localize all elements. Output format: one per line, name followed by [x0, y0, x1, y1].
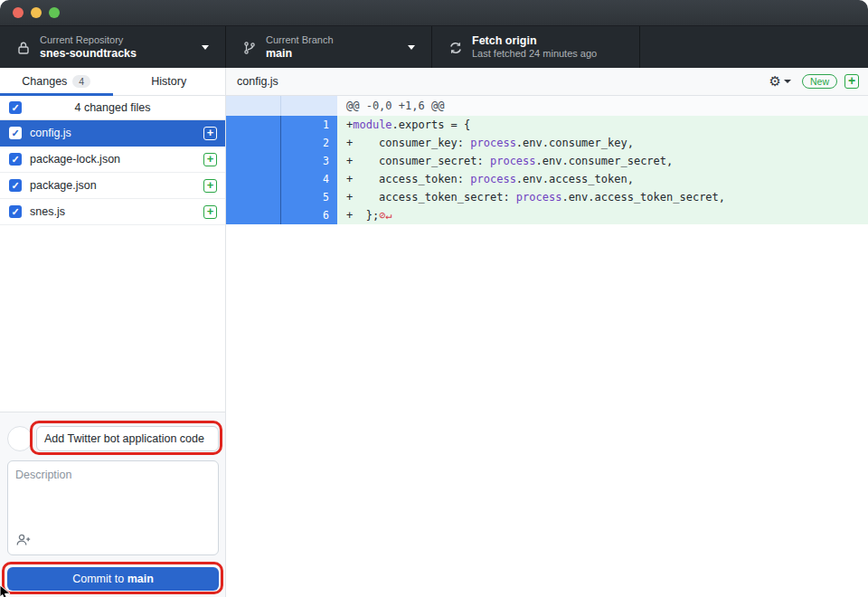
- mouse-cursor: [0, 584, 13, 597]
- commit-summary-input[interactable]: [36, 426, 219, 451]
- added-file-icon: +: [203, 179, 217, 193]
- line-number: 6: [281, 206, 336, 224]
- gear-icon[interactable]: ⚙: [769, 73, 781, 90]
- diff-header: config.js ⚙ New +: [226, 68, 868, 96]
- titlebar: [0, 0, 868, 25]
- git-branch-icon: [242, 41, 257, 55]
- line-number: 1: [281, 116, 336, 134]
- commit-panel: Commit to main: [0, 412, 225, 597]
- file-row[interactable]: ✓package.json+: [0, 173, 225, 199]
- diff-line-gutter[interactable]: 3: [226, 152, 337, 170]
- added-file-icon: +: [203, 127, 217, 140]
- chevron-down-icon: [202, 45, 209, 50]
- zoom-window-button[interactable]: [49, 7, 60, 18]
- line-number: 5: [281, 188, 336, 206]
- tab-history-label: History: [151, 75, 186, 88]
- avatar: [7, 426, 33, 451]
- close-window-button[interactable]: [13, 7, 24, 18]
- minimize-window-button[interactable]: [31, 7, 42, 18]
- file-name: package-lock.json: [30, 153, 203, 166]
- commit-button-prefix: Commit to: [72, 573, 127, 585]
- changes-count-badge: 4: [72, 75, 90, 88]
- diff-body: @@ -0,0 +1,6 @@ 1+module.exports = {2+ c…: [226, 96, 868, 224]
- hunk-header-row: @@ -0,0 +1,6 @@: [226, 96, 868, 116]
- branch-label: Current Branch: [266, 34, 334, 47]
- toolbar: Current Repository snes-soundtracks Curr…: [0, 25, 868, 68]
- line-number: 4: [281, 170, 336, 188]
- commit-button[interactable]: Commit to main: [7, 567, 219, 591]
- lock-icon: [16, 41, 31, 55]
- diff-line-code: + access_token: process.env.access_token…: [337, 170, 868, 188]
- diff-line[interactable]: 1+module.exports = {: [226, 116, 868, 134]
- chevron-down-icon[interactable]: [784, 80, 791, 83]
- new-file-badge: New: [802, 74, 837, 89]
- file-name: snes.js: [30, 205, 203, 218]
- sync-icon: [448, 41, 463, 55]
- sidebar: Changes 4 History ✓ 4 changed files ✓con…: [0, 68, 226, 597]
- diff-line[interactable]: 3+ consumer_secret: process.env.consumer…: [226, 152, 868, 170]
- github-desktop-window: Current Repository snes-soundtracks Curr…: [0, 0, 868, 597]
- file-row[interactable]: ✓config.js+: [0, 120, 225, 147]
- diff-line-code: + };⊘↵: [337, 206, 868, 224]
- branch-name: main: [266, 47, 334, 62]
- file-checkbox[interactable]: ✓: [9, 179, 22, 192]
- added-file-icon: +: [203, 153, 217, 166]
- fetch-origin-button[interactable]: Fetch origin Last fetched 24 minutes ago: [432, 26, 640, 69]
- add-coauthor-icon[interactable]: [15, 533, 32, 547]
- changed-files-count: 4 changed files: [0, 101, 225, 114]
- file-row[interactable]: ✓package-lock.json+: [0, 147, 225, 173]
- diff-lines: 1+module.exports = {2+ consumer_key: pro…: [226, 116, 868, 224]
- diff-panel: config.js ⚙ New + @@ -0,0 +1,6 @@ 1+modu…: [226, 68, 868, 597]
- file-list: ✓config.js+✓package-lock.json+✓package.j…: [0, 120, 225, 225]
- line-number: 2: [281, 134, 336, 152]
- diff-line-code: +module.exports = {: [337, 116, 868, 134]
- file-name: config.js: [30, 127, 203, 139]
- diff-file-title: config.js: [237, 75, 769, 88]
- hunk-gutter: [226, 96, 337, 116]
- line-number: 3: [281, 152, 336, 170]
- file-row[interactable]: ✓snes.js+: [0, 199, 225, 225]
- hunk-header-text: @@ -0,0 +1,6 @@: [337, 96, 868, 116]
- tab-changes-label: Changes: [22, 75, 67, 88]
- sidebar-tabbar: Changes 4 History: [0, 68, 225, 96]
- diff-line-code: + consumer_key: process.env.consumer_key…: [337, 134, 868, 152]
- commit-description-input[interactable]: [8, 461, 218, 534]
- diff-line-gutter[interactable]: 4: [226, 170, 337, 188]
- current-branch-dropdown[interactable]: Current Branch main: [226, 26, 432, 69]
- current-repository-dropdown[interactable]: Current Repository snes-soundtracks: [0, 26, 226, 69]
- tab-history[interactable]: History: [113, 68, 226, 95]
- diff-line-gutter[interactable]: 6: [226, 206, 337, 224]
- chevron-down-icon: [408, 45, 415, 50]
- tab-changes[interactable]: Changes 4: [0, 68, 113, 95]
- diff-line-code: + access_token_secret: process.env.acces…: [337, 188, 868, 206]
- diff-line[interactable]: 6+ };⊘↵: [226, 206, 868, 224]
- repo-name: snes-soundtracks: [40, 47, 137, 62]
- commit-button-branch: main: [127, 573, 154, 585]
- file-name: package.json: [30, 179, 203, 192]
- diff-line-gutter[interactable]: 5: [226, 188, 337, 206]
- file-checkbox[interactable]: ✓: [9, 127, 22, 139]
- diff-line[interactable]: 4+ access_token: process.env.access_toke…: [226, 170, 868, 188]
- added-file-icon: +: [203, 205, 217, 219]
- fetch-title: Fetch origin: [472, 34, 597, 49]
- diff-line-code: + consumer_secret: process.env.consumer_…: [337, 152, 868, 170]
- diff-line[interactable]: 5+ access_token_secret: process.env.acce…: [226, 188, 868, 206]
- fetch-subtitle: Last fetched 24 minutes ago: [472, 48, 597, 61]
- diff-line-gutter[interactable]: 2: [226, 134, 337, 152]
- commit-description-box: [7, 460, 219, 555]
- diff-line[interactable]: 2+ consumer_key: process.env.consumer_ke…: [226, 134, 868, 152]
- diff-line-gutter[interactable]: 1: [226, 116, 337, 134]
- repo-label: Current Repository: [40, 34, 137, 47]
- file-checkbox[interactable]: ✓: [9, 153, 22, 166]
- file-checkbox[interactable]: ✓: [9, 205, 22, 218]
- added-file-icon: +: [844, 74, 859, 89]
- changed-files-summary-row: ✓ 4 changed files: [0, 96, 225, 120]
